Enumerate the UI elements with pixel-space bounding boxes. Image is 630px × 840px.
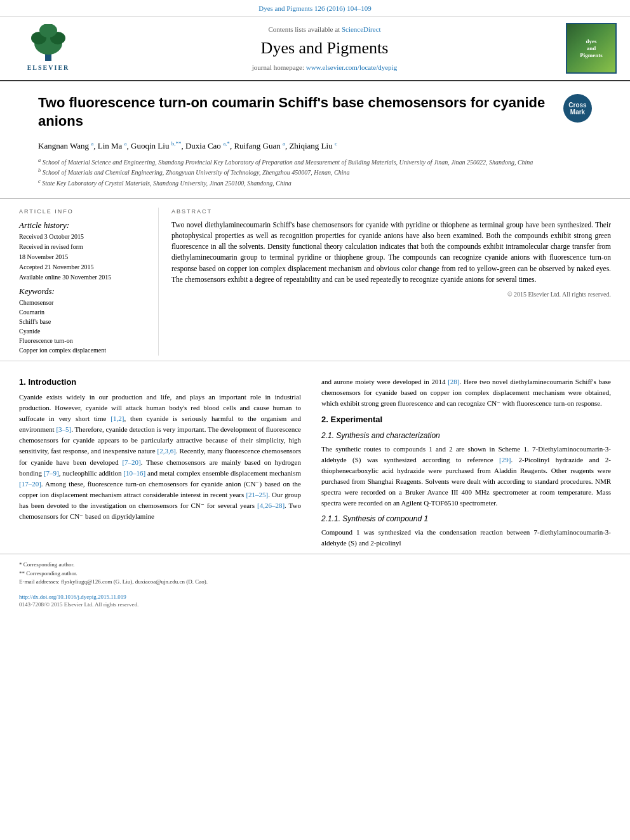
synthesis-subsection-title: 2.1. Synthesis and characterization — [321, 430, 611, 441]
footer-notes: * Corresponding author. ** Corresponding… — [0, 554, 630, 590]
ref-29: [29] — [499, 456, 511, 463]
ref-2-3-6: [2,3,6] — [158, 447, 176, 455]
affiliations: a School of Material Science and Enginee… — [38, 157, 592, 188]
author-1: Kangnan Wang — [38, 141, 91, 150]
received-date: Received 3 October 2015 — [19, 232, 148, 241]
science-direct-link: Contents lists available at ScienceDirec… — [268, 25, 380, 34]
keyword-4: Cyanide — [19, 327, 148, 336]
article-info-abstract: ARTICLE INFO Article history: Received 3… — [0, 199, 630, 356]
synthesis-text: The synthetic routes to compounds 1 and … — [321, 444, 611, 509]
keyword-5: Fluorescence turn-on — [19, 337, 148, 345]
corresponding-note-1: * Corresponding author. — [19, 561, 611, 570]
compound1-subsection-title: 2.1.1. Synthesis of compound 1 — [321, 514, 611, 524]
experimental-title-text: Experimental — [330, 415, 382, 424]
ref-10-16: [10–16] — [123, 469, 145, 477]
article-title-text: Two fluorescence turn-on coumarin Schiff… — [38, 94, 553, 130]
article-header: Two fluorescence turn-on coumarin Schiff… — [0, 81, 630, 199]
keywords-label: Keywords: — [19, 286, 148, 297]
elsevier-tree-icon — [26, 24, 70, 62]
abstract-column: ABSTRACT Two novel diethylaminecoumarin … — [159, 208, 611, 356]
journal-header: ELSEVIER Contents lists available at Sci… — [0, 17, 630, 81]
email-line: E-mail addresses: flyskyliugq@126.com (G… — [19, 578, 611, 587]
ref-1-2: [1,2] — [111, 415, 124, 422]
experimental-section-title: 2. Experimental — [321, 414, 611, 425]
body-left-column: 1. Introduction Cyanide exists widely in… — [19, 377, 311, 554]
author-4: Duxia Cao — [185, 141, 223, 150]
ref-21-25: [21–25] — [246, 491, 268, 498]
author-6: Zhiqiang Liu — [289, 141, 335, 150]
copyright-text: © 2015 Elsevier Ltd. All rights reserved… — [171, 290, 611, 299]
abstract-text: Two novel diethylaminecoumarin Schiff's … — [171, 220, 611, 286]
article-info-column: ARTICLE INFO Article history: Received 3… — [19, 208, 159, 356]
intro-continued: and aurone moiety were developed in 2014… — [321, 377, 611, 409]
author-3: Guoqin Liu — [131, 141, 171, 150]
body-right-column: and aurone moiety were developed in 2014… — [311, 377, 611, 554]
author-5: Ruifang Guan — [234, 141, 283, 150]
journal-title-header: Dyes and Pigments — [261, 37, 389, 60]
journal-badge: dyes and Pigments — [566, 23, 617, 74]
received-revised-label: Received in revised form — [19, 243, 148, 251]
keyword-3: Schiff's base — [19, 317, 148, 326]
accepted-date: Accepted 21 November 2015 — [19, 263, 148, 272]
footer-bottom: http://dx.doi.org/10.1016/j.dyepig.2015.… — [0, 590, 630, 611]
badge-line-3: Pigments — [580, 52, 603, 59]
journal-header-logo: ELSEVIER — [10, 23, 86, 74]
ref-7-9: [7–9] — [44, 469, 59, 477]
history-label: Article history: — [19, 220, 148, 231]
authors-line: Kangnan Wang a, Lin Ma a, Guoqin Liu b,*… — [38, 140, 592, 152]
corresponding-note-2: ** Corresponding author. — [19, 570, 611, 578]
abstract-label: ABSTRACT — [171, 208, 611, 216]
keyword-1: Chemosensor — [19, 298, 148, 307]
keyword-2: Coumarin — [19, 308, 148, 317]
intro-section-title: 1. Introduction — [19, 377, 301, 388]
article-title-container: Two fluorescence turn-on coumarin Schiff… — [38, 94, 592, 130]
journal-homepage: journal homepage: www.elsevier.com/locat… — [252, 63, 397, 72]
divider-1 — [0, 361, 630, 361]
email-addresses: flyskyliugq@126.com (G. Liu), duxiacoa@u… — [61, 578, 208, 585]
ref-3-5: [3–5] — [56, 425, 71, 433]
author-2: Lin Ma — [98, 141, 124, 150]
intro-title-text: Introduction — [28, 377, 76, 387]
ref-7-20: [7–20] — [122, 458, 140, 466]
article-info-label: ARTICLE INFO — [19, 208, 148, 216]
main-body: 1. Introduction Cyanide exists widely in… — [0, 366, 630, 554]
svg-point-4 — [39, 24, 57, 37]
ref-17-20: [17–20] — [19, 480, 41, 488]
ref-4-26-28: [4,26–28] — [257, 502, 285, 509]
page-wrapper: Dyes and Pigments 126 (2016) 104–109 ELS… — [0, 0, 630, 611]
badge-line-1: dyes — [586, 38, 596, 45]
elsevier-logo: ELSEVIER — [26, 24, 70, 72]
citation-bar: Dyes and Pigments 126 (2016) 104–109 — [0, 0, 630, 17]
citation-text: Dyes and Pigments 126 (2016) 104–109 — [258, 4, 372, 12]
issn-line: 0143-7208/© 2015 Elsevier Ltd. All right… — [19, 601, 611, 609]
science-direct-anchor[interactable]: ScienceDirect — [342, 25, 381, 33]
doi-link[interactable]: http://dx.doi.org/10.1016/j.dyepig.2015.… — [19, 594, 126, 600]
experimental-section-num: 2. — [321, 415, 328, 424]
crossmark-circle: CrossMark — [563, 94, 592, 123]
email-label: E-mail addresses: — [19, 578, 60, 585]
keyword-6: Copper ion complex displacement — [19, 346, 148, 355]
ref-28: [28] — [448, 378, 459, 385]
affiliation-b: b School of Materials and Chemical Engin… — [38, 167, 592, 177]
doi-line: http://dx.doi.org/10.1016/j.dyepig.2015.… — [19, 593, 611, 601]
affiliation-a: a School of Material Science and Enginee… — [38, 157, 592, 167]
author-6-sup: c — [335, 140, 337, 147]
keywords-list: Chemosensor Coumarin Schiff's base Cyani… — [19, 298, 148, 355]
elsevier-text: ELSEVIER — [27, 63, 70, 72]
received-revised-date: 18 November 2015 — [19, 253, 148, 262]
intro-paragraph-1: Cyanide exists widely in our production … — [19, 392, 301, 522]
compound1-text: Compound 1 was synthesized via the conde… — [321, 527, 611, 549]
badge-line-2: and — [587, 45, 596, 52]
journal-header-right: dyes and Pigments — [563, 23, 620, 74]
journal-homepage-link[interactable]: www.elsevier.com/locate/dyepig — [306, 63, 397, 71]
available-date: Available online 30 November 2015 — [19, 273, 148, 282]
crossmark-badge[interactable]: CrossMark — [563, 94, 592, 123]
affiliation-c: c State Key Laboratory of Crystal Materi… — [38, 178, 592, 188]
journal-header-center: Contents lists available at ScienceDirec… — [94, 23, 555, 74]
author-3-sup: b,** — [171, 140, 182, 147]
author-4-sup: a,* — [223, 140, 230, 147]
intro-section-num: 1. — [19, 377, 26, 387]
